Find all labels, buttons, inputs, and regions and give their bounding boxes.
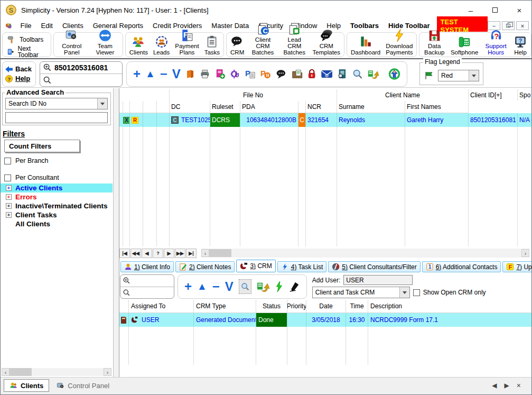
crm-search-field-2[interactable]	[120, 287, 174, 299]
doc-pause-icon[interactable]: P	[260, 68, 271, 80]
crm-search-field-1[interactable]	[120, 275, 174, 287]
crm-bubble-icon[interactable]	[276, 68, 287, 80]
expand-icon[interactable]: +	[6, 194, 12, 200]
expand-icon[interactable]: +	[6, 203, 12, 209]
nav-last-button[interactable]: ▶|	[186, 249, 197, 258]
help-button-toolbar[interactable]: ? Help	[514, 35, 527, 56]
search-type-select[interactable]: Search ID No	[5, 98, 108, 109]
team-viewer-button[interactable]: Team Viewer	[91, 29, 119, 56]
search-name-field[interactable]	[40, 74, 122, 86]
crm-header-assigned-to[interactable]: Assigned To	[129, 300, 194, 313]
scroll-left-icon[interactable]: ‹	[201, 249, 209, 257]
show-open-crm-checkbox[interactable]: Show Open CRM only	[413, 289, 486, 296]
sidebar-splitter[interactable]	[114, 88, 119, 377]
tab-crm[interactable]: 3) CRM	[236, 260, 275, 272]
column-header-ruleset[interactable]: Ruleset	[210, 101, 240, 113]
bottom-tab-clients[interactable]: Clients	[4, 379, 49, 392]
client-crm-batches-button[interactable]: C Client CRM Batches	[249, 22, 276, 56]
mdi-close-button[interactable]: ×	[516, 21, 529, 30]
nav-next-page-button[interactable]: ▶▶	[175, 249, 185, 258]
column-header-surname[interactable]: Surname	[337, 101, 405, 113]
crm-header-crm-type[interactable]: CRM Type	[194, 300, 256, 313]
tree-item-client-tasks[interactable]: + Client Tasks	[1, 210, 113, 219]
tab-client-consultants[interactable]: 5) Client Consultants/Filter	[328, 261, 420, 272]
doc-add-icon[interactable]	[215, 68, 226, 80]
bottom-tab-control-panel[interactable]: Control Panel	[51, 379, 115, 392]
column-header-dc[interactable]: DC	[170, 101, 210, 113]
softphone-button[interactable]: Softphone	[451, 35, 478, 56]
nav-prev-button[interactable]: ◀	[142, 249, 152, 258]
search-id-field[interactable]: 8501205316081	[40, 62, 122, 75]
tree-item-inactive-clients[interactable]: + Inactive\Terminated Clients	[1, 201, 113, 210]
back-button[interactable]: Back	[5, 65, 35, 73]
doc-report-icon[interactable]: P	[245, 68, 256, 80]
crm-button[interactable]: CRM	[230, 35, 244, 56]
crm-header-time[interactable]: Time	[346, 300, 368, 313]
nav-first-button[interactable]: |◀	[119, 249, 130, 258]
tree-item-active-clients[interactable]: + Active Clients	[1, 183, 113, 192]
payment-plans-button[interactable]: F Payment Plans	[175, 29, 199, 56]
book-icon[interactable]	[185, 68, 195, 80]
tree-item-errors[interactable]: + Errors	[1, 192, 113, 201]
tab-scroll-right-button[interactable]: ▶	[505, 382, 509, 389]
next-toolbar-button[interactable]: Next Toolbar	[7, 45, 46, 58]
per-branch-checkbox[interactable]: Per Branch	[4, 157, 49, 164]
search-icon-large[interactable]	[352, 68, 363, 80]
scrollbar-thumb[interactable]	[209, 249, 231, 257]
tab-client-info[interactable]: 1) Client Info	[120, 261, 174, 272]
count-filters-button[interactable]: Count Filters	[4, 140, 80, 152]
nav-search-button[interactable]: ?	[153, 249, 163, 258]
refresh-globe-icon[interactable]	[388, 67, 400, 81]
expand-icon[interactable]: +	[6, 212, 12, 218]
crm-filter-select[interactable]: Client and Task CRM	[312, 287, 410, 298]
crm-header-description[interactable]: Description	[368, 300, 531, 313]
column-header-client-id[interactable]: Client ID[+]	[469, 89, 518, 101]
column-header-first-names[interactable]: First Names	[405, 101, 469, 113]
crm-post-button[interactable]: V	[225, 280, 234, 293]
crm-view-button[interactable]	[239, 279, 251, 294]
scroll-right-icon[interactable]: ›	[104, 368, 111, 376]
tab-scroll-left-button[interactable]: ◀	[492, 382, 497, 389]
menu-master-data[interactable]: Master Data	[207, 22, 254, 30]
folder-doc-icon[interactable]	[292, 68, 303, 80]
gear-u-icon[interactable]: U	[230, 68, 240, 80]
tasks-button[interactable]: Tasks	[204, 35, 220, 56]
column-header-spouse[interactable]: Spo	[518, 89, 531, 101]
advanced-search-input[interactable]	[5, 112, 108, 123]
crm-header-priority[interactable]: Priority	[287, 300, 306, 313]
download-payments-button[interactable]: Download Payments	[386, 29, 413, 56]
export-icon[interactable]	[368, 68, 379, 80]
data-backup-button[interactable]: Data Backup	[423, 29, 445, 56]
tab-client-notes[interactable]: 2) Client Notes	[175, 261, 235, 272]
grid-horizontal-scrollbar[interactable]: ‹ ›	[201, 249, 529, 258]
crm-header-status[interactable]: Status	[256, 300, 287, 313]
column-header-pda[interactable]: PDA	[240, 101, 298, 113]
help-link[interactable]: ? Help	[5, 75, 35, 82]
column-header-ncr[interactable]: NCR	[306, 101, 337, 113]
tree-item-all-clients[interactable]: All Clients	[1, 219, 113, 228]
add-record-button[interactable]: +	[133, 68, 141, 80]
mail-icon[interactable]: @	[321, 68, 332, 80]
crm-header-date[interactable]: Date	[306, 300, 346, 313]
toolbars-button[interactable]: Toolbars	[7, 35, 43, 44]
leads-button[interactable]: Leads	[153, 35, 170, 56]
sidebar-horizontal-scrollbar[interactable]: ‹ ›	[2, 368, 111, 376]
tab-close-button[interactable]: ×	[517, 381, 521, 390]
tab-additional-contacts[interactable]: 1 6) Additional Contacts	[422, 261, 501, 272]
crm-templates-button[interactable]: CRM Templates	[313, 29, 340, 56]
menu-edit[interactable]: Edit	[36, 22, 58, 30]
control-panel-button[interactable]: Control Panel	[58, 29, 86, 56]
clients-button[interactable]: Clients	[129, 35, 148, 56]
lead-crm-batches-button[interactable]: Lead CRM Batches	[282, 22, 307, 56]
crm-add-button[interactable]: +	[184, 280, 192, 293]
flag-color-select[interactable]: Red	[438, 70, 479, 81]
nav-next-button[interactable]: ▶	[164, 249, 174, 258]
pen-icon[interactable]	[288, 281, 300, 292]
scrollbar-thumb[interactable]	[10, 368, 32, 376]
bolt-green-icon[interactable]	[275, 281, 283, 292]
lock-icon[interactable]	[307, 68, 316, 80]
support-hours-button[interactable]: ? Support Hours	[483, 29, 508, 56]
menu-toolbars[interactable]: Toolbars	[346, 22, 384, 30]
edit-record-button[interactable]: ▲	[145, 68, 155, 80]
dashboard-button[interactable]: Dashboard	[351, 35, 380, 56]
